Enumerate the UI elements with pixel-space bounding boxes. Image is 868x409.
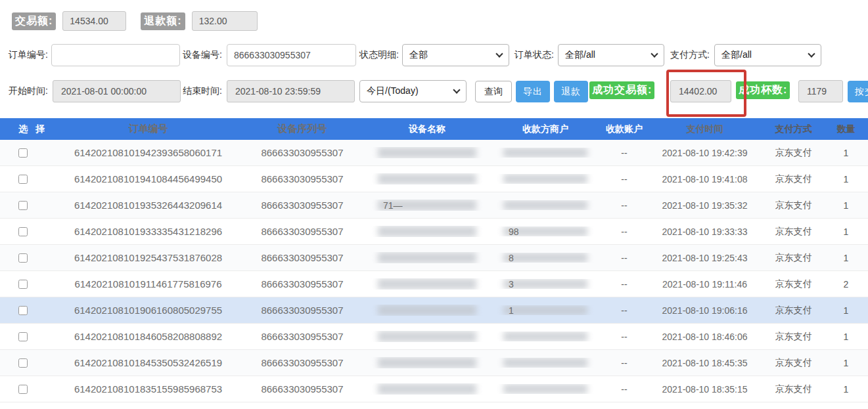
merchant-fragment: 98: [509, 226, 519, 236]
device-serial-value: 866633030955307: [246, 147, 358, 158]
pay-time-value: 2021-08-10 18:46:06: [654, 332, 756, 342]
blurred-merchant: [503, 174, 587, 184]
row-select-cell: [0, 253, 50, 263]
account-value: --: [595, 384, 654, 395]
account-value: --: [595, 226, 654, 237]
date-preset-value: 今日/(Today): [367, 85, 419, 97]
device-name-cell: [358, 278, 496, 290]
blurred-merchant: [503, 358, 587, 368]
sort-button-cutoff[interactable]: 按交: [848, 81, 868, 102]
qty-value: 1: [831, 200, 861, 211]
table-row[interactable]: 6142021081019423936580601718666330309553…: [0, 140, 868, 166]
pay-time-value: 2021-08-10 19:42:39: [654, 148, 756, 158]
merchant-fragment: 1: [509, 305, 514, 315]
order-no-input[interactable]: [51, 44, 180, 66]
row-select-cell: [0, 358, 50, 368]
header-pay-time: 支付时间: [654, 123, 756, 135]
table-row[interactable]: 6142021081019410844564994508666330309553…: [0, 166, 868, 192]
table-header-row: 选 择 订单编号 设备序列号 设备名称 收款方商户 收款账户 支付时间 支付方式…: [0, 118, 868, 140]
order-no-value: 614202108101906160805029755: [50, 305, 246, 316]
row-checkbox[interactable]: [18, 227, 28, 236]
orders-table: 选 择 订单编号 设备序列号 设备名称 收款方商户 收款账户 支付时间 支付方式…: [0, 118, 868, 402]
table-row[interactable]: 6142021081019254375318760288666330309553…: [0, 245, 868, 271]
chevron-down-icon: [808, 50, 815, 57]
transaction-amount-field[interactable]: 14534.00: [62, 11, 126, 31]
order-no-value: 614202108101911461775816976: [50, 278, 246, 290]
table-row[interactable]: 6142021081018453505324265198666330309553…: [0, 350, 868, 376]
table-row[interactable]: 6142021081019333354312182968666330309553…: [0, 219, 868, 245]
row-select-cell: [0, 280, 50, 289]
qty-value: 1: [831, 226, 861, 237]
account-value: --: [595, 174, 654, 184]
device-no-input[interactable]: 866633030955307: [227, 44, 356, 66]
merchant-blur: 98: [503, 226, 587, 236]
row-checkbox[interactable]: [18, 332, 28, 341]
end-time-input[interactable]: 2021-08-10 23:59:59: [227, 80, 355, 102]
table-body: 6142021081019423936580601718666330309553…: [0, 140, 868, 402]
table-row[interactable]: 6142021081019114617758169768666330309553…: [0, 271, 868, 297]
export-button[interactable]: 导出: [516, 81, 550, 102]
row-checkbox[interactable]: [18, 175, 28, 184]
merchant-cell: 8: [496, 253, 595, 263]
success-amount-field[interactable]: 14402.00: [670, 80, 731, 102]
success-cups-field[interactable]: 1179: [798, 80, 843, 102]
blurred-device-name: [378, 173, 476, 184]
blurred-device-name: [378, 278, 476, 290]
device-serial-value: 866633030955307: [246, 226, 358, 237]
order-no-value: 614202108101935326443209614: [50, 200, 246, 211]
merchant-cell: 3: [496, 279, 595, 289]
pay-time-value: 2021-08-10 19:35:32: [654, 200, 756, 211]
blurred-device-name: [378, 357, 476, 368]
merchant-cell: [496, 200, 595, 210]
chevron-down-icon: [495, 50, 503, 57]
account-value: --: [595, 148, 654, 158]
row-checkbox[interactable]: [18, 385, 28, 394]
row-checkbox[interactable]: [18, 306, 28, 315]
blurred-device-name: [378, 331, 476, 342]
status-detail-value: 全部: [409, 49, 428, 61]
qty-value: 1: [831, 358, 861, 368]
query-button[interactable]: 查询: [475, 81, 512, 102]
pay-time-value: 2021-08-10 19:33:33: [654, 226, 756, 237]
row-checkbox[interactable]: [18, 148, 28, 158]
refund-amount-field[interactable]: 132.00: [192, 11, 258, 31]
row-checkbox[interactable]: [18, 358, 28, 368]
filter-row: 订单编号: 设备编号: 866633030955307 状态明细: 全部 订单状…: [0, 43, 868, 67]
status-detail-select[interactable]: 全部: [402, 44, 509, 66]
order-status-select[interactable]: 全部/all: [558, 44, 664, 66]
device-serial-value: 866633030955307: [246, 305, 358, 316]
table-row[interactable]: 6142021081019353264432096148666330309553…: [0, 192, 868, 219]
date-preset-select[interactable]: 今日/(Today): [359, 80, 467, 102]
device-name-cell: [358, 173, 496, 184]
pay-time-value: 2021-08-10 19:06:16: [654, 305, 756, 316]
qty-value: 1: [831, 148, 861, 158]
row-checkbox[interactable]: [18, 280, 28, 289]
table-row[interactable]: 6142021081018351559859687538666330309553…: [0, 376, 868, 402]
start-time-input[interactable]: 2021-08-01 00:00:00: [53, 80, 181, 102]
pay-method-value: 京东支付: [756, 357, 831, 369]
pay-method-value: 京东支付: [756, 226, 831, 238]
order-no-value: 614202108101942393658060171: [50, 147, 246, 158]
device-name-cell: [358, 226, 496, 237]
header-device-name: 设备名称: [358, 123, 496, 135]
table-row[interactable]: 6142021081019061608050297558666330309553…: [0, 297, 868, 324]
blurred-merchant: [503, 305, 587, 315]
start-time-label: 开始时间:: [9, 79, 48, 103]
row-select-cell: [0, 385, 50, 394]
pay-method-value: 京东支付: [756, 147, 831, 159]
blurred-merchant: [503, 384, 587, 394]
table-row[interactable]: 6142021081018460582088088928666330309553…: [0, 324, 868, 350]
device-name-blur: [378, 226, 476, 237]
refund-button[interactable]: 退款: [554, 81, 588, 102]
row-checkbox[interactable]: [18, 201, 28, 210]
merchant-blur: 3: [503, 279, 587, 289]
order-no-value: 614202108101835155985968753: [50, 383, 246, 395]
device-serial-value: 866633030955307: [246, 331, 358, 342]
order-no-value: 614202108101941084456499450: [50, 173, 246, 184]
device-name-blur: [378, 331, 476, 342]
account-value: --: [595, 332, 654, 342]
pay-method-select[interactable]: 全部/all: [714, 44, 821, 66]
device-serial-value: 866633030955307: [246, 200, 358, 211]
merchant-blur: 1: [503, 305, 587, 315]
row-checkbox[interactable]: [18, 253, 28, 263]
